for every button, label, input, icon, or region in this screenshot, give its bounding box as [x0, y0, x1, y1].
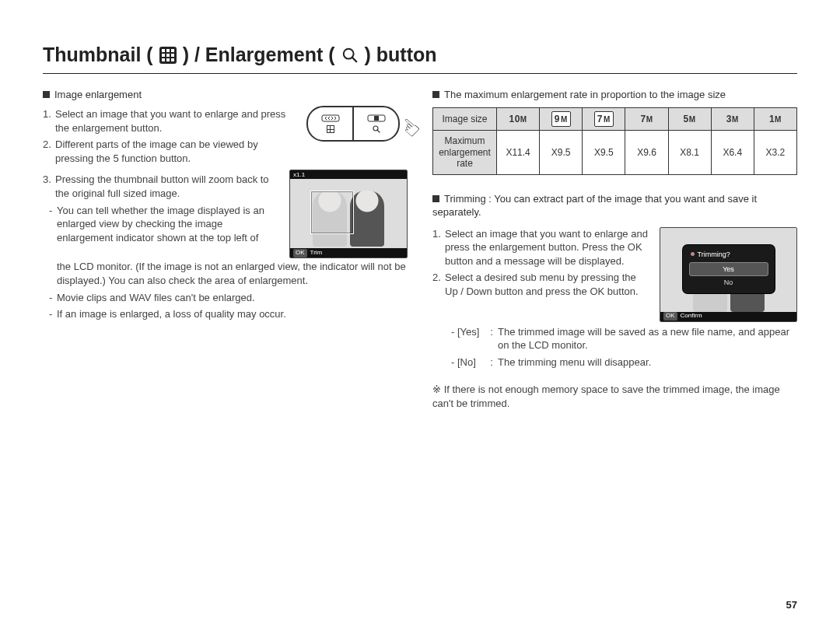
dialog-dot-icon: [691, 252, 695, 256]
left-sub-3: If an image is enlarged, a loss of quali…: [43, 307, 408, 321]
thumbnail-icon: [159, 47, 177, 64]
lcd-preview-trimming-dialog: Trimming? Yes No OK Confirm: [660, 227, 797, 322]
right-header1-text: The maximum enlargement rate in proporti…: [444, 89, 726, 100]
page-number: 57: [786, 598, 797, 612]
mini-thumbnail-icon: [327, 125, 334, 133]
left-sub-1b: the LCD monitor. (If the image is not an…: [43, 260, 408, 287]
right-section-header-1: The maximum enlargement rate in proporti…: [432, 88, 797, 102]
lcd2-foot-label: Confirm: [681, 312, 702, 321]
memory-note: ※ If there is not enough memory space to…: [432, 383, 797, 410]
mini-magnifier-icon: [372, 124, 381, 134]
no-text: The trimming menu will disappear.: [495, 356, 797, 370]
rate-6: X3.2: [754, 131, 796, 174]
svg-line-6: [377, 130, 380, 132]
manual-page: Thumbnail ( ) / Enlargement ( ) button I…: [0, 0, 840, 634]
lcd1-foot-label: Trim: [310, 249, 323, 257]
left-sub-2: Movie clips and WAV files can't be enlar…: [43, 291, 408, 305]
size-1m: 1M: [754, 108, 796, 131]
table-row2-label: Maximum enlargement rate: [433, 131, 497, 174]
size-7m-wide: 7M: [583, 108, 625, 131]
dialog-option-yes: Yes: [689, 262, 768, 276]
rate-0: X11.4: [497, 131, 540, 174]
lcd2-ok-chip: OK: [663, 312, 677, 321]
left-sub-1a: You can tell whether the image displayed…: [43, 204, 278, 245]
left-header-text: Image enlargement: [54, 89, 142, 100]
trimming-header: Trimming : You can extract part of the i…: [432, 192, 797, 219]
note-marker-icon: ※: [432, 384, 444, 395]
svg-line-1: [352, 58, 356, 62]
size-10m: 10M: [497, 108, 540, 131]
yes-text: The trimmed image will be saved as a new…: [495, 325, 797, 352]
rate-5: X6.4: [711, 131, 754, 174]
colon: :: [488, 325, 495, 352]
size-9m-wide: 9M: [540, 108, 583, 131]
zoom-button-illustration: ☜: [299, 106, 408, 142]
yes-key: - [Yes]: [445, 325, 488, 352]
lcd-preview-enlarged: x1.1 OK Trim: [289, 170, 408, 258]
colon: :: [488, 356, 495, 370]
trimming-dialog: Trimming? Yes No: [683, 245, 775, 293]
crop-indicator-box: [310, 191, 354, 234]
lcd1-ok-chip: OK: [293, 249, 307, 257]
trim-step-1: Select an image that you want to enlarge…: [432, 227, 649, 268]
title-part-2: ) / Enlargement (: [183, 42, 335, 68]
memory-note-text: If there is not enough memory space to s…: [432, 384, 780, 409]
size-5m: 5M: [668, 108, 711, 131]
no-key: - [No]: [445, 356, 488, 370]
left-section-header: Image enlargement: [43, 88, 408, 102]
svg-rect-2: [322, 115, 339, 121]
zoom-in-half: [352, 107, 398, 140]
rate-3: X9.6: [625, 131, 668, 174]
trimming-header-text: Trimming : You can extract part of the i…: [432, 193, 757, 219]
trim-yes-row: - [Yes] : The trimmed image will be save…: [432, 325, 797, 352]
rate-4: X8.1: [668, 131, 711, 174]
bullet-square-icon: [432, 91, 439, 98]
rate-1: X9.5: [540, 131, 583, 174]
left-step-1: Select an image that you want to enlarge…: [43, 107, 288, 135]
zoom-out-half: [308, 107, 352, 140]
bullet-square-icon: [432, 195, 439, 202]
left-step-3: Pressing the thumbnail button will zoom …: [43, 173, 278, 200]
table-row1-label: Image size: [433, 108, 497, 131]
title-part-3: ) button: [365, 42, 437, 68]
right-column: The maximum enlargement rate in proporti…: [432, 88, 797, 411]
bullet-square-icon: [43, 91, 50, 98]
person-silhouette-2: [350, 191, 384, 247]
magnifier-icon: [341, 47, 359, 64]
rate-2: X9.5: [583, 131, 625, 174]
trim-step-2: Select a desired sub menu by pressing th…: [432, 271, 649, 298]
size-3m: 3M: [711, 108, 754, 131]
enlargement-rate-table: Image size 10M 9M 7M 7M 5M 3M 1M Maximum…: [432, 107, 797, 174]
svg-rect-4: [374, 116, 379, 121]
left-column: Image enlargement Select an image that y…: [43, 88, 408, 411]
lcd1-zoom-indicator: x1.1: [293, 171, 305, 180]
dialog-option-no: No: [689, 276, 768, 289]
left-step-2: Different parts of the image can be view…: [43, 138, 288, 165]
dialog-question: Trimming?: [698, 250, 730, 259]
size-7m: 7M: [625, 108, 668, 131]
page-title: Thumbnail ( ) / Enlargement ( ) button: [43, 42, 797, 74]
trim-no-row: - [No] : The trimming menu will disappea…: [432, 356, 797, 370]
title-part-1: Thumbnail (: [43, 42, 153, 68]
